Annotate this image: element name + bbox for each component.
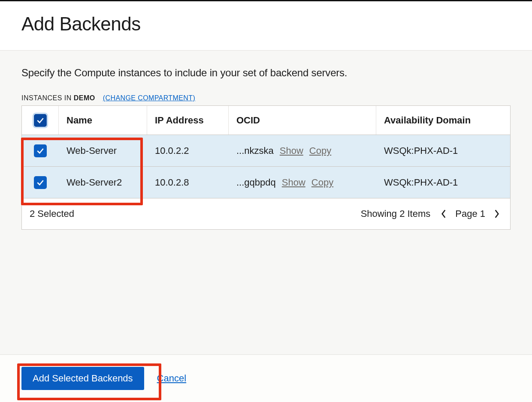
table-footer: 2 Selected Showing 2 Items Page 1 bbox=[22, 198, 510, 229]
cancel-button[interactable]: Cancel bbox=[157, 373, 186, 384]
cell-name: Web-Server bbox=[59, 135, 147, 166]
page-header: Add Backends bbox=[0, 1, 532, 51]
ocid-copy-link[interactable]: Copy bbox=[311, 177, 333, 188]
col-ad: Availability Domain bbox=[376, 106, 510, 135]
cell-ip: 10.0.2.2 bbox=[147, 135, 229, 166]
col-ocid: OCID bbox=[229, 106, 376, 135]
instances-table: Name IP Address OCID Availability Domain… bbox=[21, 105, 511, 230]
ocid-tail: ...nkzska bbox=[236, 145, 274, 156]
ocid-copy-link[interactable]: Copy bbox=[309, 145, 331, 156]
ocid-show-link[interactable]: Show bbox=[280, 145, 303, 156]
cell-ocid: ...gqbpdq Show Copy bbox=[229, 167, 376, 198]
chevron-right-icon bbox=[494, 209, 500, 219]
add-selected-backends-button[interactable]: Add Selected Backends bbox=[21, 367, 144, 390]
cell-ad: WSQk:PHX-AD-1 bbox=[376, 135, 510, 166]
change-compartment-link[interactable]: (CHANGE COMPARTMENT) bbox=[103, 94, 195, 102]
selected-count: 2 Selected bbox=[30, 208, 74, 219]
row-checkbox[interactable] bbox=[34, 144, 47, 157]
ocid-tail: ...gqbpdq bbox=[236, 177, 276, 188]
content-area: Specify the Compute instances to include… bbox=[0, 51, 532, 230]
pager: Page 1 bbox=[438, 208, 502, 219]
pagination-group: Showing 2 Items Page 1 bbox=[361, 208, 502, 219]
ocid-show-link[interactable]: Show bbox=[282, 177, 305, 188]
check-icon bbox=[36, 116, 45, 125]
showing-count: Showing 2 Items bbox=[361, 208, 431, 219]
chevron-left-icon bbox=[441, 209, 447, 219]
row-check-cell bbox=[22, 167, 59, 198]
cell-ocid: ...nkzska Show Copy bbox=[229, 135, 376, 166]
table-row: Web-Server2 10.0.2.8 ...gqbpdq Show Copy… bbox=[22, 167, 510, 198]
select-all-checkbox[interactable] bbox=[34, 114, 47, 127]
cell-ip: 10.0.2.8 bbox=[147, 167, 229, 198]
table-header-row: Name IP Address OCID Availability Domain bbox=[22, 106, 510, 135]
compartment-prefix: INSTANCES IN bbox=[21, 94, 74, 102]
cell-name: Web-Server2 bbox=[59, 167, 147, 198]
col-name: Name bbox=[59, 106, 147, 135]
row-check-cell bbox=[22, 135, 59, 166]
cell-ad: WSQk:PHX-AD-1 bbox=[376, 167, 510, 198]
col-ip: IP Address bbox=[147, 106, 229, 135]
check-icon bbox=[36, 178, 45, 187]
footer-bar: Add Selected Backends Cancel bbox=[0, 354, 532, 402]
row-checkbox[interactable] bbox=[34, 176, 47, 189]
intro-text: Specify the Compute instances to include… bbox=[21, 67, 511, 79]
next-page-button[interactable] bbox=[491, 208, 502, 219]
table-row: Web-Server 10.0.2.2 ...nkzska Show Copy … bbox=[22, 135, 510, 167]
page-title: Add Backends bbox=[21, 13, 511, 35]
page-indicator: Page 1 bbox=[455, 208, 485, 219]
compartment-name: DEMO bbox=[74, 94, 95, 102]
prev-page-button[interactable] bbox=[438, 208, 449, 219]
compartment-label: INSTANCES IN DEMO bbox=[21, 94, 95, 102]
header-check-cell bbox=[22, 106, 59, 135]
check-icon bbox=[36, 147, 45, 155]
compartment-row: INSTANCES IN DEMO (CHANGE COMPARTMENT) bbox=[21, 94, 511, 102]
